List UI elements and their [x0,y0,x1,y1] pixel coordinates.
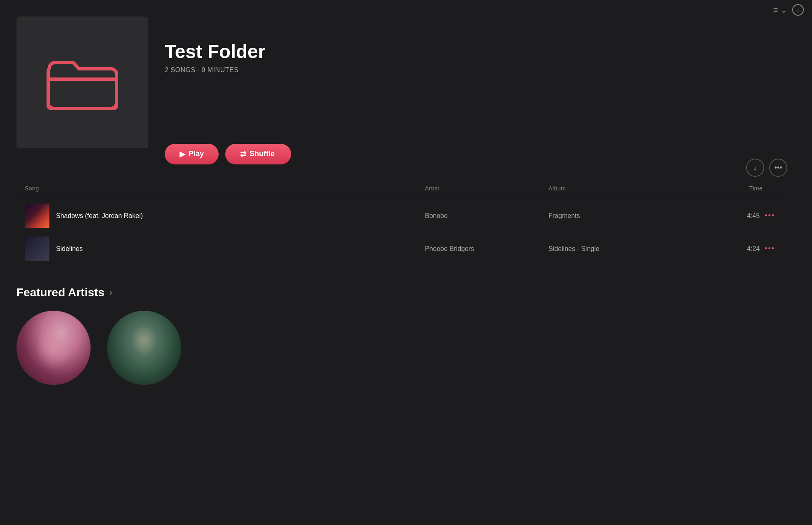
menu-icon[interactable]: ≡ ⌄ [773,5,787,15]
track-thumbnail-sidelines [25,237,49,261]
track-list-header: Song Artist Album Time [16,181,787,196]
avatar [107,311,181,385]
track-more-button[interactable]: ••• [765,211,775,220]
play-button[interactable]: ▶ Play [165,144,219,164]
featured-artists-title: Featured Artists [16,286,105,299]
track-time: 4:24 [747,245,760,253]
table-row[interactable]: Shadows (feat. Jordan Rakei) Bonobo Frag… [16,199,787,232]
track-title: Shadows (feat. Jordan Rakei) [56,212,143,220]
list-item[interactable] [107,311,181,385]
play-icon: ▶ [180,150,185,159]
svg-rect-0 [48,79,117,108]
track-more-button[interactable]: ••• [765,244,775,253]
track-artist: Bonobo [425,212,548,220]
track-title: Sidelines [56,245,83,253]
track-thumbnail-shadows [25,204,49,228]
track-time-col: 4:45 ••• [713,211,779,220]
action-buttons: ▶ Play ⇄ Shuffle [165,144,291,164]
list-item[interactable] [16,311,91,385]
track-time: 4:45 [747,212,760,220]
artists-row [16,311,787,385]
track-album: Fragments [548,212,713,220]
col-header-time: Time [713,185,779,192]
chevron-right-icon[interactable]: › [110,288,112,297]
play-label: Play [189,150,204,158]
track-time-col: 4:24 ••• [713,244,779,253]
col-header-artist: Artist [425,185,548,192]
featured-artists-section: Featured Artists › [16,286,787,410]
featured-artists-header: Featured Artists › [16,286,787,299]
search-icon[interactable]: ○ [792,4,804,16]
shuffle-label: Shuffle [250,150,275,158]
track-song-col: Shadows (feat. Jordan Rakei) [25,204,425,228]
col-header-song: Song [25,185,425,192]
track-album: Sidelines - Single [548,245,713,253]
shuffle-icon: ⇄ [240,150,246,159]
album-art [16,16,148,148]
track-artist: Phoebe Bridgers [425,245,548,253]
table-row[interactable]: Sidelines Phoebe Bridgers Sidelines - Si… [16,232,787,265]
more-options-button[interactable]: ••• [769,159,787,177]
main-content: Test Folder 2 SONGS · 9 MINUTES ▶ Play ⇄… [0,0,812,410]
avatar [16,311,91,385]
track-song-col: Sidelines [25,237,425,261]
action-icons-right: ↓ ••• [746,159,787,177]
top-bar: ≡ ⌄ ○ [765,0,812,20]
album-header: Test Folder 2 SONGS · 9 MINUTES ▶ Play ⇄… [16,16,787,164]
track-list-section: Song Artist Album Time Shadows (feat. Jo… [16,181,787,265]
folder-icon [41,49,124,115]
album-info: Test Folder 2 SONGS · 9 MINUTES ▶ Play ⇄… [165,16,291,164]
download-button[interactable]: ↓ [746,159,764,177]
album-title: Test Folder [165,41,291,62]
col-header-album: Album [548,185,713,192]
album-meta: 2 SONGS · 9 MINUTES [165,66,291,74]
shuffle-button[interactable]: ⇄ Shuffle [225,144,291,164]
